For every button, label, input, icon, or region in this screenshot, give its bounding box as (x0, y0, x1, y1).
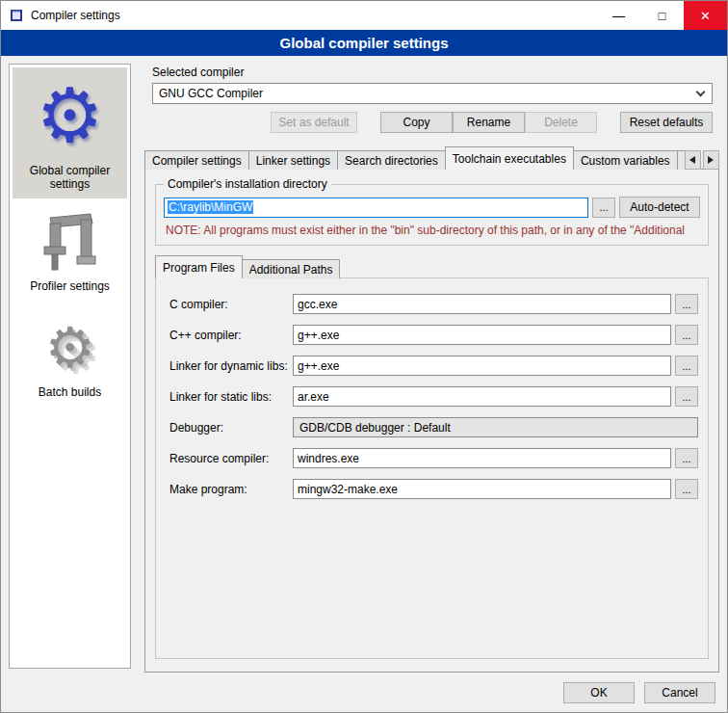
field-row-c-compiler: C compiler: ... (169, 294, 698, 314)
cpp-compiler-browse-button[interactable]: ... (675, 325, 698, 345)
field-row-dynamic-linker: Linker for dynamic libs: ... (169, 356, 698, 376)
field-row-resource-compiler: Resource compiler: ... (169, 448, 698, 468)
installation-directory-title: Compiler's installation directory (164, 177, 331, 191)
dynamic-linker-label: Linker for dynamic libs: (169, 359, 293, 373)
debugger-label: Debugger: (169, 421, 293, 435)
tab-scroll-right-button[interactable] (703, 150, 719, 170)
c-compiler-label: C compiler: (169, 298, 293, 311)
delete-button[interactable]: Delete (525, 112, 597, 133)
tab-search-directories[interactable]: Search directories (337, 150, 446, 170)
tab-program-files[interactable]: Program Files (155, 255, 243, 278)
selected-compiler-value: GNU GCC Compiler (159, 87, 263, 100)
program-files-panel: C compiler: ... C++ compiler: ... Linker… (155, 277, 709, 659)
ok-button[interactable]: OK (563, 682, 635, 703)
sidebar-item-profiler-settings[interactable]: Profiler settings (13, 208, 127, 301)
dialog-footer: OK Cancel (1, 673, 727, 712)
resource-compiler-input[interactable] (293, 448, 671, 468)
tab-toolchain-executables[interactable]: Toolchain executables (445, 146, 574, 170)
resource-compiler-label: Resource compiler: (169, 452, 293, 465)
tab-scroll-left-icon (689, 156, 695, 164)
copy-button[interactable]: Copy (380, 112, 453, 133)
toolchain-executables-panel: Compiler's installation directory C:\ray… (144, 169, 719, 673)
installation-directory-input[interactable]: C:\raylib\MinGW (164, 198, 588, 218)
installation-directory-row: C:\raylib\MinGW ... Auto-detect (164, 197, 700, 218)
c-compiler-input[interactable] (293, 294, 671, 314)
auto-detect-button[interactable]: Auto-detect (619, 197, 700, 218)
window-title: Compiler settings (31, 9, 597, 22)
resource-compiler-browse-button[interactable]: ... (675, 448, 698, 468)
tab-linker-settings[interactable]: Linker settings (248, 150, 338, 170)
gear-icon: ⚙ (37, 71, 104, 160)
title-bar: Compiler settings — □ ✕ (1, 1, 727, 30)
debugger-value: GDB/CDB debugger : Default (299, 421, 451, 435)
cpp-compiler-label: C++ compiler: (169, 329, 293, 342)
dynamic-linker-input[interactable] (293, 356, 671, 376)
compiler-settings-window: Compiler settings — □ ✕ Global compiler … (0, 0, 728, 713)
c-compiler-browse-button[interactable]: ... (675, 294, 698, 314)
close-button[interactable]: ✕ (684, 1, 727, 30)
sidebar-item-label: Profiler settings (30, 279, 110, 293)
program-files-tab-strip: Program Files Additional Paths (155, 257, 718, 278)
tab-additional-paths[interactable]: Additional Paths (242, 259, 341, 278)
make-program-label: Make program: (169, 483, 293, 496)
settings-sidebar: ⚙ Global compiler settings Profiler sett… (9, 64, 131, 669)
sidebar-item-label: Global compiler settings (14, 164, 125, 191)
selected-compiler-label: Selected compiler (152, 66, 719, 79)
make-program-browse-button[interactable]: ... (675, 479, 698, 499)
field-row-make-program: Make program: ... (169, 479, 698, 499)
cancel-button[interactable]: Cancel (644, 682, 715, 703)
static-linker-browse-button[interactable]: ... (675, 386, 698, 407)
app-icon (10, 9, 23, 22)
chevron-down-icon (696, 88, 706, 97)
tab-scroll-controls (685, 150, 719, 170)
dynamic-linker-browse-button[interactable]: ... (675, 356, 698, 376)
field-row-static-linker: Linker for static libs: ... (169, 386, 698, 407)
tab-scroll-right-icon (708, 156, 714, 164)
minimize-button[interactable]: — (597, 1, 640, 30)
installation-directory-browse-button[interactable]: ... (592, 198, 615, 218)
static-linker-label: Linker for static libs: (169, 390, 293, 404)
installation-directory-group: Compiler's installation directory C:\ray… (155, 177, 709, 246)
sidebar-item-batch-builds[interactable]: ⚙ Batch builds (13, 310, 127, 407)
tab-scroll-left-button[interactable] (685, 150, 701, 170)
tab-custom-variables[interactable]: Custom variables (573, 150, 678, 170)
selected-compiler-dropdown[interactable]: GNU GCC Compiler (152, 83, 713, 104)
dialog-body: ⚙ Global compiler settings Profiler sett… (1, 56, 727, 673)
make-program-input[interactable] (293, 479, 671, 499)
reset-defaults-button[interactable]: Reset defaults (620, 112, 713, 133)
cpp-compiler-input[interactable] (293, 325, 671, 345)
set-as-default-button[interactable]: Set as default (271, 112, 357, 133)
tab-compiler-settings[interactable]: Compiler settings (144, 150, 249, 170)
field-row-cpp-compiler: C++ compiler: ... (169, 325, 698, 345)
gear-stack-icon: ⚙ (45, 314, 95, 382)
main-panel: Selected compiler GNU GCC Compiler Set a… (141, 64, 719, 673)
field-row-debugger: Debugger: GDB/CDB debugger : Default (169, 417, 698, 437)
static-linker-input[interactable] (293, 386, 671, 407)
rename-button[interactable]: Rename (453, 112, 525, 133)
debugger-select[interactable]: GDB/CDB debugger : Default (293, 417, 698, 437)
sidebar-item-label: Batch builds (39, 385, 101, 399)
settings-tab-strip: Compiler settings Linker settings Search… (144, 146, 719, 170)
compiler-actions: Set as default Copy Rename Delete Reset … (141, 112, 713, 133)
bin-subdirectory-note: NOTE: All programs must exist either in … (166, 224, 698, 237)
sidebar-item-global-compiler-settings[interactable]: ⚙ Global compiler settings (13, 67, 127, 198)
dialog-header: Global compiler settings (1, 30, 727, 56)
profiler-tool-icon (42, 212, 98, 276)
maximize-button[interactable]: □ (640, 1, 684, 30)
installation-directory-value: C:\raylib\MinGW (168, 200, 253, 214)
